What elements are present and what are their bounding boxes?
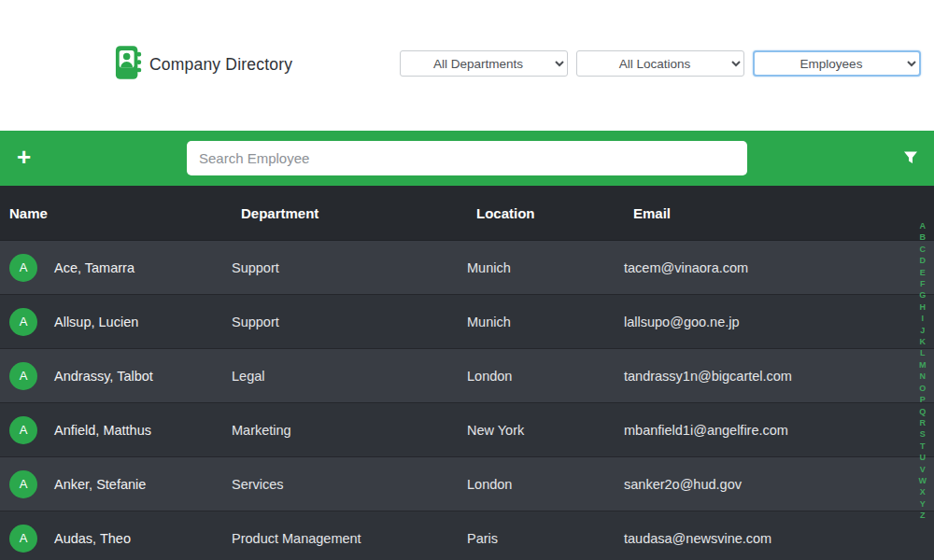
- employee-location: New York: [467, 423, 624, 438]
- employee-department: Legal: [232, 369, 467, 384]
- employee-location: London: [467, 477, 624, 492]
- view-filter-select[interactable]: Employees: [753, 50, 921, 77]
- alphabet-letter-G[interactable]: G: [919, 289, 926, 301]
- add-employee-button[interactable]: +: [17, 144, 31, 170]
- alphabet-letter-V[interactable]: V: [920, 464, 926, 475]
- alphabet-letter-P[interactable]: P: [920, 394, 926, 405]
- employee-name: Audas, Theo: [54, 531, 131, 546]
- alphabet-letter-J[interactable]: J: [920, 325, 925, 336]
- avatar: A: [9, 308, 37, 336]
- alphabet-letter-Z[interactable]: Z: [920, 510, 926, 521]
- column-header-email: Email: [633, 205, 934, 221]
- locations-filter-select[interactable]: All Locations: [576, 50, 744, 77]
- app-header: Company Directory All Departments All Lo…: [0, 0, 934, 131]
- avatar: A: [9, 362, 37, 390]
- filter-bar: All Departments All Locations Employees: [400, 50, 921, 77]
- brand: Company Directory: [115, 43, 292, 86]
- employee-location: Munich: [467, 315, 624, 329]
- alphabet-letter-S[interactable]: S: [920, 428, 926, 440]
- alphabet-letter-K[interactable]: K: [920, 336, 927, 347]
- employee-name: Ace, Tamarra: [54, 260, 134, 275]
- alphabet-letter-H[interactable]: H: [920, 301, 927, 313]
- alphabet-letter-E[interactable]: E: [920, 267, 926, 278]
- employee-email: tandrassy1n@bigcartel.com: [624, 369, 934, 384]
- name-cell: A Allsup, Lucien: [9, 308, 232, 336]
- name-cell: A Anfield, Matthus: [9, 416, 232, 444]
- name-cell: A Audas, Theo: [9, 525, 232, 553]
- avatar: A: [9, 416, 37, 444]
- column-header-name: Name: [9, 205, 241, 221]
- employee-name: Anfield, Matthus: [54, 423, 151, 438]
- name-cell: A Andrassy, Talbot: [9, 362, 232, 390]
- alphabet-letter-W[interactable]: W: [919, 475, 927, 486]
- alphabet-letter-O[interactable]: O: [919, 383, 926, 394]
- employee-location: Paris: [467, 531, 624, 546]
- alphabet-letter-L[interactable]: L: [920, 347, 926, 358]
- departments-filter-select[interactable]: All Departments: [400, 50, 568, 77]
- employee-email: lallsupo@goo.ne.jp: [624, 315, 934, 329]
- employee-row[interactable]: A Audas, Theo Product Management Paris t…: [0, 511, 934, 560]
- search-input[interactable]: [187, 141, 747, 175]
- alphabet-index: ABCDEFGHIJKLMNOPQRSTUVWXYZ: [919, 220, 927, 522]
- column-header-location: Location: [476, 205, 633, 221]
- employee-row[interactable]: A Andrassy, Talbot Legal London tandrass…: [0, 349, 934, 403]
- alphabet-letter-D[interactable]: D: [920, 255, 927, 266]
- page-title: Company Directory: [149, 55, 292, 75]
- avatar: A: [9, 525, 37, 553]
- employee-name: Andrassy, Talbot: [54, 369, 153, 384]
- employee-department: Support: [232, 260, 467, 275]
- employee-email: tacem@vinaora.com: [624, 260, 934, 275]
- employee-row[interactable]: A Anker, Stefanie Services London sanker…: [0, 457, 934, 511]
- employee-location: London: [467, 369, 624, 384]
- employee-department: Marketing: [232, 423, 467, 438]
- address-book-icon: [115, 43, 143, 86]
- employee-table-body: A Ace, Tamarra Support Munich tacem@vina…: [0, 241, 934, 560]
- employee-email: taudasa@newsvine.com: [624, 531, 934, 546]
- employee-email: sanker2o@hud.gov: [624, 477, 934, 492]
- employee-name: Allsup, Lucien: [54, 315, 138, 329]
- table-header-row: Name Department Location Email: [0, 186, 934, 241]
- alphabet-letter-X[interactable]: X: [920, 486, 926, 497]
- employee-row[interactable]: A Anfield, Matthus Marketing New York mb…: [0, 403, 934, 457]
- employee-department: Product Management: [232, 531, 467, 546]
- alphabet-letter-M[interactable]: M: [919, 359, 927, 371]
- alphabet-letter-Y[interactable]: Y: [920, 498, 926, 510]
- funnel-icon[interactable]: [903, 150, 918, 169]
- avatar: A: [9, 254, 37, 282]
- alphabet-letter-N[interactable]: N: [920, 371, 927, 382]
- employee-name: Anker, Stefanie: [54, 477, 146, 492]
- alphabet-letter-U[interactable]: U: [920, 452, 927, 463]
- action-toolbar: +: [0, 131, 934, 186]
- avatar: A: [9, 470, 37, 498]
- employee-department: Services: [232, 477, 467, 492]
- alphabet-letter-I[interactable]: I: [921, 313, 924, 324]
- name-cell: A Ace, Tamarra: [9, 254, 232, 282]
- employee-department: Support: [232, 315, 467, 329]
- alphabet-letter-C[interactable]: C: [920, 244, 927, 255]
- employee-row[interactable]: A Allsup, Lucien Support Munich lallsupo…: [0, 295, 934, 349]
- alphabet-letter-R[interactable]: R: [920, 417, 927, 428]
- employee-location: Munich: [467, 260, 624, 275]
- name-cell: A Anker, Stefanie: [9, 470, 232, 498]
- alphabet-letter-Q[interactable]: Q: [919, 406, 926, 417]
- employee-row[interactable]: A Ace, Tamarra Support Munich tacem@vina…: [0, 241, 934, 295]
- column-header-department: Department: [241, 205, 476, 221]
- alphabet-letter-T[interactable]: T: [920, 441, 926, 452]
- employee-email: mbanfield1i@angelfire.com: [624, 423, 934, 438]
- alphabet-letter-F[interactable]: F: [920, 278, 926, 289]
- alphabet-letter-B[interactable]: B: [920, 231, 927, 243]
- alphabet-letter-A[interactable]: A: [920, 220, 927, 231]
